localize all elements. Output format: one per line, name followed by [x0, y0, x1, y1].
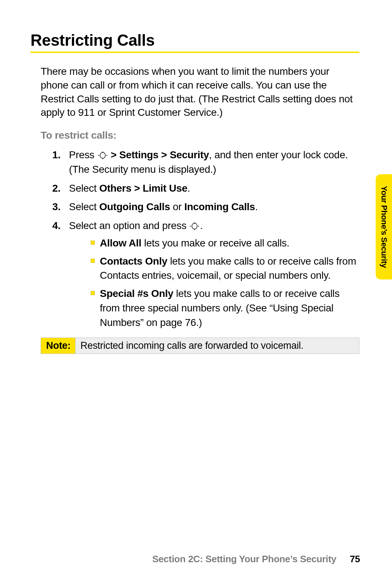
- bullet-marker-icon: [91, 259, 95, 263]
- text-fragment: Select: [69, 201, 99, 212]
- step-3: 3. Select Outgoing Calls or Incoming Cal…: [52, 200, 359, 214]
- svg-rect-5: [192, 223, 197, 229]
- note-label: Note:: [41, 338, 75, 354]
- bullet-item: Allow All lets you make or receive all c…: [91, 236, 359, 250]
- step-number: 3.: [52, 200, 69, 214]
- side-tab: Your Phone’s Security: [376, 174, 392, 279]
- step-text: Select Others > Limit Use.: [69, 181, 359, 196]
- side-tab-label: Your Phone’s Security: [379, 186, 389, 268]
- step-number: 1.: [52, 148, 69, 177]
- page-footer: Section 2C: Setting Your Phone’s Securit…: [152, 554, 360, 565]
- page-number: 75: [350, 554, 360, 564]
- step-number: 2.: [52, 181, 69, 196]
- svg-rect-0: [100, 152, 105, 158]
- bullet-item: Contacts Only lets you make calls to or …: [91, 254, 359, 283]
- steps-list: 1. Press > Settings > Security, and then…: [52, 148, 359, 333]
- menu-path: Others > Limit Use: [99, 183, 188, 194]
- menu-path: Incoming Calls: [184, 201, 255, 212]
- text-fragment: .: [187, 183, 190, 194]
- option-name: Contacts Only: [100, 256, 167, 267]
- step-4: 4. Select an option and press . Allow Al…: [52, 219, 359, 333]
- text-fragment: Select an option and press: [69, 220, 189, 231]
- note-text: Restricted incoming calls are forwarded …: [75, 338, 359, 354]
- bullet-marker-icon: [91, 291, 95, 295]
- note-box: Note: Restricted incoming calls are forw…: [41, 338, 359, 354]
- step-text: Select an option and press . Allow All l…: [69, 219, 359, 333]
- intro-paragraph: There may be occasions when you want to …: [41, 65, 359, 119]
- bullet-text: Allow All lets you make or receive all c…: [100, 236, 359, 250]
- step-text: Press > Settings > Security, and then en…: [69, 148, 359, 177]
- procedure-heading: To restrict calls:: [41, 130, 359, 141]
- bullet-text: Special #s Only lets you make calls to o…: [100, 286, 359, 330]
- nav-key-icon: [98, 151, 107, 159]
- text-fragment: .: [255, 201, 258, 212]
- bullet-marker-icon: [91, 241, 95, 245]
- nav-key-icon: [190, 222, 199, 230]
- section-label: Section 2C: Setting Your Phone’s Securit…: [152, 554, 336, 564]
- text-fragment: Select: [69, 183, 99, 194]
- text-fragment: lets you make or receive all calls.: [141, 237, 289, 249]
- page-title: Restricting Calls: [30, 31, 359, 53]
- option-name: Allow All: [100, 237, 141, 249]
- menu-path: Outgoing Calls: [99, 201, 170, 212]
- menu-path: > Settings > Security: [108, 149, 209, 160]
- step-number: 4.: [52, 219, 69, 333]
- step-1: 1. Press > Settings > Security, and then…: [52, 148, 359, 177]
- option-name: Special #s Only: [100, 288, 173, 299]
- text-fragment: .: [200, 220, 203, 231]
- bullet-text: Contacts Only lets you make calls to or …: [100, 254, 359, 283]
- step-text: Select Outgoing Calls or Incoming Calls.: [69, 200, 359, 214]
- bullet-list: Allow All lets you make or receive all c…: [91, 236, 359, 330]
- text-fragment: Press: [69, 149, 97, 160]
- bullet-item: Special #s Only lets you make calls to o…: [91, 286, 359, 330]
- text-fragment: or: [170, 201, 184, 212]
- step-2: 2. Select Others > Limit Use.: [52, 181, 359, 196]
